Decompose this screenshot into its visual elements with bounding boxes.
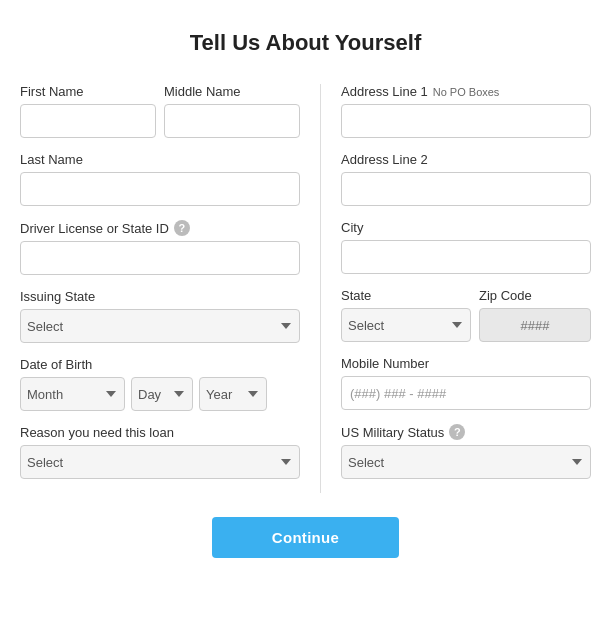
first-name-label: First Name (20, 84, 156, 99)
state-label: State (341, 288, 471, 303)
name-row-group: First Name Middle Name (20, 84, 300, 138)
middle-name-label: Middle Name (164, 84, 300, 99)
page-title: Tell Us About Yourself (20, 30, 591, 56)
reason-label: Reason you need this loan (20, 425, 300, 440)
zip-input[interactable] (479, 308, 591, 342)
middle-name-input[interactable] (164, 104, 300, 138)
continue-section: Continue (20, 517, 591, 558)
city-label: City (341, 220, 591, 235)
reason-select[interactable]: Select Emergency Home Improvement Medica… (20, 445, 300, 479)
zip-label: Zip Code (479, 288, 591, 303)
city-input[interactable] (341, 240, 591, 274)
address2-group: Address Line 2 (341, 152, 591, 206)
state-select[interactable]: Select ALAKAZCA COFLGANY TXWA (341, 308, 471, 342)
military-label: US Military Status ? (341, 424, 591, 440)
reason-group: Reason you need this loan Select Emergen… (20, 425, 300, 479)
dl-label: Driver License or State ID ? (20, 220, 300, 236)
address2-input[interactable] (341, 172, 591, 206)
continue-button[interactable]: Continue (212, 517, 399, 558)
mobile-label: Mobile Number (341, 356, 591, 371)
state-zip-group: State Select ALAKAZCA COFLGANY TXWA Zip … (341, 288, 591, 342)
address1-group: Address Line 1 No PO Boxes (341, 84, 591, 138)
dob-group: Date of Birth Month JanFebMarApr MayJunJ… (20, 357, 300, 411)
last-name-label: Last Name (20, 152, 300, 167)
issuing-state-group: Issuing State Select ALAKAZCA COFLGANY T… (20, 289, 300, 343)
mobile-group: Mobile Number (341, 356, 591, 410)
military-group: US Military Status ? Select Active Duty … (341, 424, 591, 479)
column-divider (320, 84, 321, 493)
address1-input[interactable] (341, 104, 591, 138)
dl-group: Driver License or State ID ? (20, 220, 300, 275)
dl-input[interactable] (20, 241, 300, 275)
issuing-state-select[interactable]: Select ALAKAZCA COFLGANY TXWA (20, 309, 300, 343)
address1-note: No PO Boxes (433, 86, 500, 98)
dob-day-select[interactable]: Day 1231531 (131, 377, 193, 411)
address1-label: Address Line 1 No PO Boxes (341, 84, 591, 99)
military-help-icon[interactable]: ? (449, 424, 465, 440)
issuing-state-label: Issuing State (20, 289, 300, 304)
dl-help-icon[interactable]: ? (174, 220, 190, 236)
last-name-group: Last Name (20, 152, 300, 206)
left-column: First Name Middle Name Last Name Driver … (20, 84, 300, 493)
city-group: City (341, 220, 591, 274)
dob-label: Date of Birth (20, 357, 300, 372)
right-column: Address Line 1 No PO Boxes Address Line … (341, 84, 591, 493)
last-name-input[interactable] (20, 172, 300, 206)
mobile-input[interactable] (341, 376, 591, 410)
dob-month-select[interactable]: Month JanFebMarApr MayJunJulAug SepOctNo… (20, 377, 125, 411)
address2-label: Address Line 2 (341, 152, 591, 167)
military-select[interactable]: Select Active Duty Veteran Reserve None (341, 445, 591, 479)
first-name-input[interactable] (20, 104, 156, 138)
dob-year-select[interactable]: Year 20001995199019801970 (199, 377, 267, 411)
